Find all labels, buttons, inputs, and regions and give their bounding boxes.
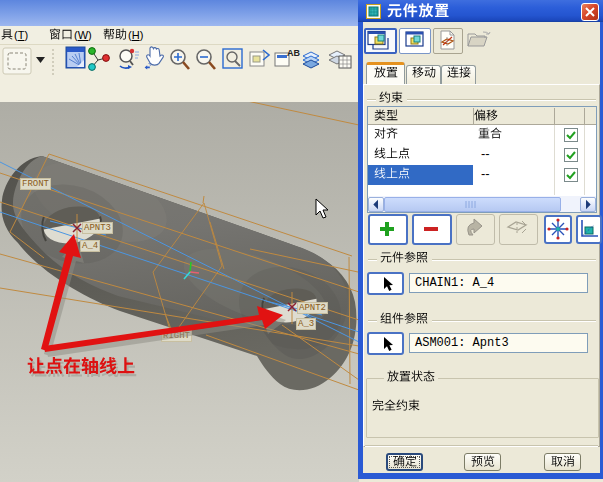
svg-text:AB: AB xyxy=(287,48,300,58)
